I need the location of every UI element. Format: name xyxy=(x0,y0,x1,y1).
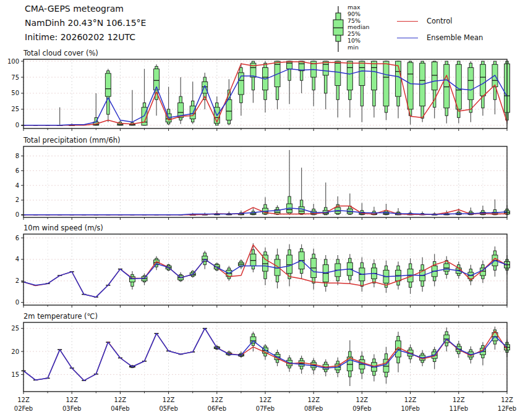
xtick-date-label: 02Feb xyxy=(14,405,33,412)
ytick-label: 4 xyxy=(15,182,19,189)
ytick-label: 50 xyxy=(11,90,19,96)
panel-total-cloud-cover: 0255075100 xyxy=(7,58,510,131)
xtick-date-label: 04Feb xyxy=(111,405,129,412)
xtick-date-label: 05Feb xyxy=(159,405,177,412)
xtick-date-label: 03Feb xyxy=(62,405,81,412)
total-precipitation-boxes xyxy=(22,150,510,215)
ytick-label: 75 xyxy=(11,74,19,81)
meteogram-charts: 025507510002468024615202512Z02Feb12Z03Fe… xyxy=(0,0,520,420)
xtick-time-label: 12Z xyxy=(307,397,320,403)
xtick-date-label: 08Feb xyxy=(304,405,323,412)
xtick-date-label: 11Feb xyxy=(450,405,468,412)
panel-wind-speed-10m: 0246 xyxy=(15,234,510,308)
ytick-label: 6 xyxy=(15,235,19,242)
xtick-date-label: 10Feb xyxy=(401,405,419,412)
xtick-time-label: 12Z xyxy=(211,397,223,403)
ytick-label: 0 xyxy=(15,211,19,218)
ytick-label: 25 xyxy=(11,106,19,112)
ytick-label: 25 xyxy=(11,325,19,332)
ytick-label: 4 xyxy=(15,256,19,262)
xtick-time-label: 12Z xyxy=(114,397,127,403)
ytick-label: 8 xyxy=(15,153,19,159)
xtick-time-label: 12Z xyxy=(259,397,271,403)
xtick-time-label: 12Z xyxy=(356,397,369,403)
ytick-label: 0 xyxy=(15,299,19,306)
ytick-label: 6 xyxy=(15,167,19,174)
ytick-label: 2 xyxy=(15,277,19,284)
xtick-date-label: 07Feb xyxy=(256,405,275,412)
ytick-label: 100 xyxy=(7,58,19,65)
wind-speed-10m-boxes xyxy=(22,243,510,297)
xtick-date-label: 06Feb xyxy=(208,405,226,412)
xtick-time-label: 12Z xyxy=(163,397,175,403)
temperature-2m-boxes xyxy=(22,327,510,386)
ytick-label: 15 xyxy=(11,371,19,378)
ytick-label: 2 xyxy=(15,196,19,203)
xtick-time-label: 12Z xyxy=(501,397,513,403)
meteogram-page: CMA-GEPS meteogram NamDinh 20.43°N 106.1… xyxy=(0,0,520,420)
panel-total-precipitation: 02468 xyxy=(15,146,510,220)
xtick-time-label: 12Z xyxy=(453,397,465,403)
ytick-label: 0 xyxy=(15,122,19,128)
xtick-date-label: 09Feb xyxy=(352,405,371,412)
xtick-time-label: 12Z xyxy=(66,397,78,403)
ytick-label: 20 xyxy=(11,348,19,355)
xtick-time-label: 12Z xyxy=(404,397,417,403)
xtick-date-label: 12Feb xyxy=(498,405,516,412)
xtick-time-label: 12Z xyxy=(17,397,30,403)
panel-temperature-2m: 15202512Z02Feb12Z03Feb12Z04Feb12Z05Feb12… xyxy=(11,322,516,412)
